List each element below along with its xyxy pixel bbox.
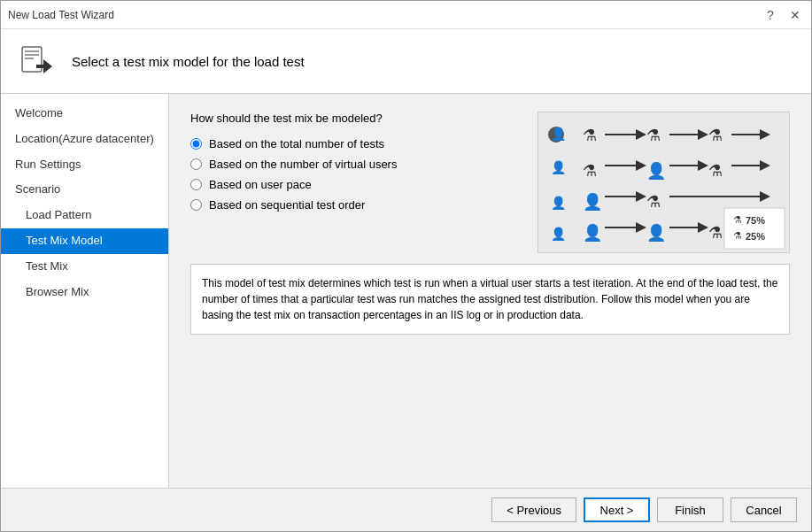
- svg-text:25%: 25%: [746, 231, 765, 242]
- cancel-button[interactable]: Cancel: [731, 497, 797, 522]
- close-button[interactable]: ✕: [786, 6, 804, 24]
- svg-text:⚗: ⚗: [708, 224, 723, 242]
- svg-text:⚗: ⚗: [733, 230, 742, 241]
- finish-button[interactable]: Finish: [657, 497, 723, 522]
- svg-text:👤: 👤: [551, 196, 567, 211]
- sidebar-item-location[interactable]: Location(Azure datacenter): [1, 127, 168, 152]
- help-button[interactable]: ?: [762, 6, 779, 24]
- radio-input-3[interactable]: [190, 179, 202, 190]
- radio-label-2: Based on the number of virtual users: [209, 158, 397, 171]
- svg-text:👤: 👤: [583, 192, 603, 212]
- footer: < Previous Next > Finish Cancel: [1, 488, 811, 531]
- title-bar-controls: ? ✕: [762, 6, 804, 24]
- radio-option-3[interactable]: Based on user pace: [190, 178, 520, 191]
- svg-text:👤: 👤: [583, 223, 603, 243]
- radio-input-4[interactable]: [190, 199, 202, 211]
- question-label: How should the test mix be modeled?: [190, 112, 520, 125]
- wizard-icon: [15, 40, 58, 82]
- svg-text:⚗: ⚗: [733, 214, 742, 225]
- radio-input-1[interactable]: [190, 138, 202, 150]
- radio-option-4[interactable]: Based on sequential test order: [190, 198, 520, 212]
- description-text: This model of test mix determines which …: [202, 277, 777, 321]
- previous-button[interactable]: < Previous: [491, 497, 576, 522]
- illustration-section: 👤 ⚗ ⚗ ⚗: [537, 112, 790, 253]
- radio-label-4: Based on sequential test order: [209, 198, 365, 212]
- sidebar-item-run-settings[interactable]: Run Settings: [1, 152, 168, 178]
- radio-input-2[interactable]: [190, 158, 202, 170]
- svg-rect-5: [36, 65, 43, 68]
- svg-rect-2: [25, 54, 39, 56]
- header: Select a test mix model for the load tes…: [1, 29, 811, 94]
- radio-label-1: Based on the total number of tests: [209, 137, 384, 150]
- illustration-box: 👤 ⚗ ⚗ ⚗: [537, 112, 790, 253]
- sidebar-item-load-pattern[interactable]: Load Pattern: [1, 203, 168, 228]
- svg-text:⚗: ⚗: [708, 162, 723, 180]
- svg-text:👤: 👤: [646, 223, 667, 243]
- svg-text:👤: 👤: [551, 160, 567, 175]
- radio-option-2[interactable]: Based on the number of virtual users: [190, 158, 520, 171]
- sidebar-item-test-mix-model[interactable]: Test Mix Model: [1, 228, 168, 254]
- illustration-svg: 👤 ⚗ ⚗ ⚗: [538, 112, 790, 253]
- sidebar-item-scenario[interactable]: Scenario: [1, 177, 168, 203]
- svg-rect-3: [25, 58, 34, 59]
- next-button[interactable]: Next >: [584, 497, 650, 522]
- title-bar: New Load Test Wizard ? ✕: [1, 1, 811, 29]
- svg-text:⚗: ⚗: [646, 193, 661, 211]
- svg-rect-1: [25, 50, 39, 52]
- svg-text:👤: 👤: [551, 127, 567, 142]
- svg-text:⚗: ⚗: [583, 127, 597, 144]
- svg-text:75%: 75%: [746, 215, 765, 226]
- window-title: New Load Test Wizard: [8, 9, 114, 21]
- svg-marker-4: [43, 59, 52, 73]
- svg-text:⚗: ⚗: [646, 127, 661, 144]
- radio-label-3: Based on user pace: [209, 178, 312, 191]
- svg-text:👤: 👤: [646, 161, 667, 181]
- title-bar-left: New Load Test Wizard: [8, 9, 114, 21]
- radio-section: How should the test mix be modeled? Base…: [190, 112, 520, 253]
- content-area: Welcome Location(Azure datacenter) Run S…: [1, 94, 811, 488]
- main-content: How should the test mix be modeled? Base…: [169, 94, 811, 488]
- svg-text:👤: 👤: [551, 227, 567, 242]
- sidebar-item-welcome[interactable]: Welcome: [1, 101, 168, 127]
- window: New Load Test Wizard ? ✕ Select a test m…: [0, 0, 812, 532]
- radio-group: Based on the total number of tests Based…: [190, 137, 520, 212]
- radio-option-1[interactable]: Based on the total number of tests: [190, 137, 520, 150]
- svg-text:⚗: ⚗: [708, 127, 723, 144]
- sidebar: Welcome Location(Azure datacenter) Run S…: [1, 94, 169, 488]
- header-title: Select a test mix model for the load tes…: [72, 54, 305, 69]
- svg-text:⚗: ⚗: [583, 162, 597, 180]
- sidebar-item-browser-mix[interactable]: Browser Mix: [1, 280, 168, 305]
- description-box: This model of test mix determines which …: [190, 264, 790, 335]
- sidebar-item-test-mix[interactable]: Test Mix: [1, 254, 168, 280]
- main-upper: How should the test mix be modeled? Base…: [190, 112, 790, 253]
